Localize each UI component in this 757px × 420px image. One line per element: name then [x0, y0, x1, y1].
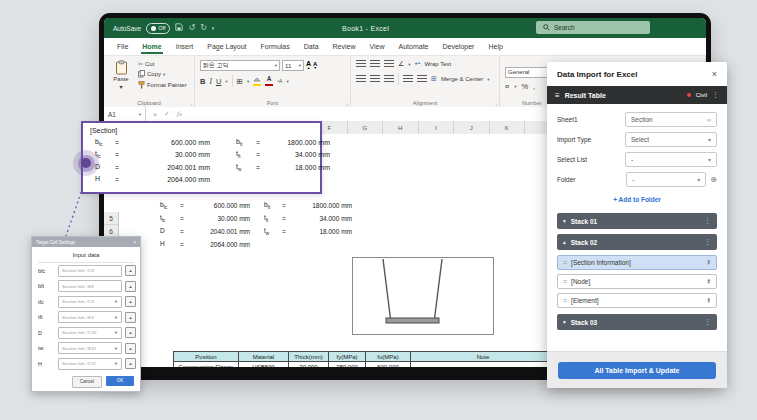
folder-select[interactable]: -▾ [626, 172, 706, 187]
decrease-font-button[interactable]: A▼ [313, 61, 317, 71]
save-icon[interactable] [175, 23, 183, 33]
alignment-dialog-launcher-icon[interactable]: ⌟ [495, 100, 497, 106]
stack-02-header[interactable]: ▴ Stack 02 ⋮ [557, 234, 717, 250]
font-color-button[interactable]: A [265, 76, 273, 86]
search-input[interactable]: Search [536, 21, 650, 34]
format-painter-button[interactable]: Format Painter [138, 81, 187, 89]
phonetic-button[interactable]: ᵃA [277, 78, 282, 84]
cell-ref-select[interactable]: Section Info. !C10▼ [58, 327, 122, 339]
italic-button[interactable]: I [209, 77, 212, 86]
add-folder-icon[interactable]: ⊕ [710, 175, 717, 184]
tab-page-layout[interactable]: Page Layout [200, 38, 253, 55]
align-top-button[interactable] [356, 60, 366, 68]
increase-font-button[interactable]: A▲ [306, 60, 311, 71]
row-header-5[interactable]: 5 [104, 212, 119, 225]
font-name-select[interactable]: 맑은 고딕▾ [200, 60, 280, 71]
increase-indent-button[interactable] [417, 75, 427, 83]
column-header-j[interactable]: J [454, 121, 490, 134]
tab-review[interactable]: Review [326, 38, 363, 55]
name-box[interactable]: A1▾ [104, 107, 146, 121]
cell-ref-input[interactable]: Section Info. !E8 [58, 280, 122, 292]
dialog-close-icon[interactable]: × [133, 240, 136, 245]
stack-item-section-information[interactable]: = [Section Information] ▲▼ [557, 255, 717, 270]
hamburger-icon[interactable]: ≡ [555, 91, 560, 100]
align-left-button[interactable] [356, 75, 366, 83]
tab-data[interactable]: Data [297, 38, 326, 55]
tab-insert[interactable]: Insert [169, 38, 201, 55]
align-center-button[interactable] [370, 75, 380, 83]
cell-ref-select[interactable]: Section Info. !E10▼ [58, 342, 122, 354]
drag-handle-icon[interactable]: = [563, 278, 567, 285]
column-header-h[interactable]: H [383, 121, 419, 134]
drag-handle-icon[interactable]: = [563, 297, 567, 304]
drag-handle-icon[interactable]: = [563, 259, 567, 266]
more-menu-icon[interactable]: ⋮ [712, 91, 719, 99]
tab-view[interactable]: View [363, 38, 392, 55]
tab-home[interactable]: Home [135, 38, 168, 55]
clipboard-dialog-launcher-icon[interactable]: ⌟ [190, 100, 192, 106]
cancel-button[interactable]: Cancel [72, 376, 102, 388]
reorder-icon[interactable]: ▲▼ [707, 260, 711, 265]
accounting-format-button[interactable]: ¤ [505, 82, 509, 91]
number-format-select[interactable]: General▾ [505, 67, 553, 78]
font-size-select[interactable]: 11▾ [282, 60, 304, 71]
stack-menu-icon[interactable]: ⋮ [704, 238, 711, 246]
tab-developer[interactable]: Developer [436, 38, 482, 55]
align-middle-button[interactable] [370, 60, 380, 68]
pick-cell-button[interactable]: ▲ [125, 358, 136, 369]
paste-button[interactable]: Paste▾ [109, 60, 133, 96]
pick-cell-button[interactable]: ▲ [125, 281, 136, 292]
cell-ref-select[interactable]: Section Info. !C9▼ [58, 296, 122, 308]
pick-cell-button[interactable]: ▲ [125, 265, 136, 276]
comma-format-button[interactable]: , [533, 82, 535, 91]
underline-button[interactable]: U [216, 77, 221, 86]
cell-ref-select[interactable]: Section Info. !E9▼ [58, 311, 122, 323]
stack-item-element[interactable]: = [Element] ▲▼ [557, 293, 717, 308]
stack-01-header[interactable]: ▾ Stack 01 ⋮ [557, 213, 717, 229]
ribbon-options-icon[interactable]: ▾ [212, 26, 215, 31]
redo-icon[interactable]: ↻ [200, 24, 207, 32]
tab-help[interactable]: Help [481, 38, 509, 55]
tab-file[interactable]: File [110, 38, 135, 55]
tab-automate[interactable]: Automate [392, 38, 436, 55]
stack-item-node[interactable]: = [Node] ▲▼ [557, 274, 717, 289]
panel-close-icon[interactable]: × [712, 69, 717, 79]
add-to-folder-link[interactable]: + Add to Folder [557, 196, 717, 203]
select-list-select[interactable]: -▾ [625, 152, 717, 167]
font-dialog-launcher-icon[interactable]: ⌟ [346, 100, 348, 106]
insert-function-icon[interactable]: fx [177, 110, 182, 118]
wrap-text-button[interactable]: Wrap Text [424, 61, 451, 67]
pick-cell-button[interactable]: ▲ [125, 327, 136, 338]
cell-ref-input[interactable]: Section Info. !C8 [58, 265, 122, 277]
align-bottom-button[interactable] [384, 60, 394, 68]
reorder-icon[interactable]: ▲▼ [707, 298, 711, 303]
bold-button[interactable]: B [200, 77, 205, 86]
copy-button[interactable]: Copy▾ [138, 70, 187, 78]
pick-cell-button[interactable]: ▲ [125, 343, 136, 354]
result-table-header[interactable]: ≡ Result Table Civil ⋮ [547, 86, 727, 104]
confirm-entry-icon[interactable]: ✓ [164, 110, 170, 118]
tab-formulas[interactable]: Formulas [254, 38, 297, 55]
cell-ref-select[interactable]: Section Info. !C11▼ [58, 358, 122, 370]
fill-color-button[interactable] [253, 77, 261, 86]
undo-icon[interactable]: ↺ [188, 24, 195, 32]
merge-center-button[interactable]: Merge & Center [441, 76, 483, 82]
import-type-select[interactable]: Select▾ [625, 132, 717, 147]
autosave-toggle[interactable]: Off [146, 23, 170, 34]
column-header-g[interactable]: G [348, 121, 384, 134]
stack-03-header[interactable]: ▾ Stack 03 ⋮ [557, 314, 717, 330]
borders-button[interactable]: ⊞ [237, 77, 243, 86]
column-header-k[interactable]: K [490, 121, 526, 134]
reorder-icon[interactable]: ▲▼ [707, 279, 711, 284]
pick-cell-button[interactable]: ▲ [125, 312, 136, 323]
pick-cell-button[interactable]: ▲ [125, 296, 136, 307]
sheet-name-input[interactable]: Section∞ [625, 112, 717, 127]
stack-menu-icon[interactable]: ⋮ [704, 217, 711, 225]
cancel-entry-icon[interactable]: × [153, 111, 157, 118]
dialog-titlebar[interactable]: Target Cell Settings× [32, 237, 140, 247]
percent-format-button[interactable]: % [521, 82, 528, 91]
stack-menu-icon[interactable]: ⋮ [704, 318, 711, 326]
align-right-button[interactable] [384, 75, 394, 83]
column-header-i[interactable]: I [419, 121, 455, 134]
orientation-button[interactable]: ∠ [398, 60, 404, 68]
